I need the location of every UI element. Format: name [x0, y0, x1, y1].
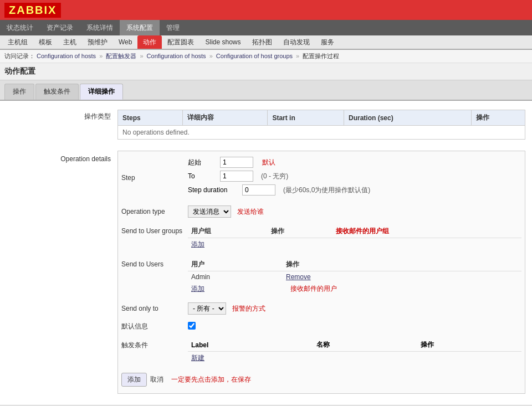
send-only-to-select[interactable]: - 所有 - [188, 302, 226, 315]
operation-details-section: Operation details Step 起始 默认 To [7, 148, 525, 398]
groups-add-row: 添加 [188, 238, 521, 251]
page-title: 动作配置 [0, 63, 532, 80]
label-col-label: Label [188, 338, 313, 352]
operation-type-select[interactable]: 发送消息 远程命令 [188, 205, 231, 218]
step-to-input[interactable] [220, 171, 253, 182]
nav-maintenance[interactable]: 预维护 [82, 35, 113, 49]
step-label: Step [121, 174, 188, 182]
remove-admin-link[interactable]: Remove [286, 273, 311, 281]
nav-slideshows[interactable]: Slide shows [200, 35, 246, 49]
operations-table: Steps 详细内容 Start in Duration (sec) 操作 No… [117, 110, 525, 140]
step-start-row: 起始 默认 [188, 157, 370, 168]
step-duration-annotation: (最少60s,0为使用操作默认值) [283, 186, 370, 195]
step-duration-input[interactable] [242, 184, 275, 196]
step-duration-label: Step duration [188, 186, 238, 194]
users-annotation-header [497, 258, 521, 271]
default-msg-checkbox[interactable] [188, 322, 196, 330]
nav-hostgroup[interactable]: 主机组 [2, 35, 33, 49]
users-col-user: 用户 [188, 258, 283, 271]
users-col-action: 操作 [283, 258, 497, 271]
send-to-users-row: Send to Users 用户 操作 [121, 256, 521, 297]
send-only-to-label: Send only to [121, 305, 188, 312]
nav-services[interactable]: 服务 [315, 35, 340, 49]
send-to-users-content: 用户 操作 Admin Remove [188, 258, 521, 295]
trigger-conditions-row: 触发条件 Label 名称 操作 [121, 336, 521, 367]
breadcrumb-link-3[interactable]: Configuration of hosts [147, 53, 206, 59]
label-table: Label 名称 操作 新建 [188, 338, 521, 364]
send-to-groups-row: Send to User groups 用户组 操作 接收邮件的用户组 [121, 223, 521, 253]
add-group-link[interactable]: 添加 [191, 240, 204, 248]
users-table: 用户 操作 Admin Remove [188, 258, 521, 295]
nav-actions[interactable]: 动作 [137, 35, 162, 49]
step-duration-row: Step duration (最少60s,0为使用操作默认值) [188, 184, 370, 196]
nav-item-sysconfg[interactable]: 系统配置 [120, 20, 160, 35]
breadcrumb: 访问记录： Configuration of hosts » 配置触发器 » C… [0, 50, 532, 63]
send-to-users-label: Send to Users [121, 258, 188, 268]
nav-topology[interactable]: 拓扑图 [247, 35, 278, 49]
nav-web[interactable]: Web [113, 35, 137, 49]
operations-section: 操作类型 Steps 详细内容 Start in Duration (sec) … [7, 107, 525, 144]
col-duration: Duration (sec) [344, 110, 471, 126]
users-annotation: 接收邮件的用户 [290, 285, 337, 292]
operation-type-label: Operation type [121, 208, 188, 215]
step-row: Step 起始 默认 To (0 - 无穷) S [121, 155, 521, 201]
trigger-conditions-content: Label 名称 操作 新建 [188, 338, 521, 364]
breadcrumb-link-4[interactable]: Configuration of host groups [216, 53, 293, 59]
step-start-label: 起始 [188, 158, 216, 167]
send-only-to-row: Send only to - 所有 - 报警的方式 [121, 300, 521, 317]
cancel-button-inline[interactable]: 取消 [150, 375, 163, 384]
breadcrumb-prefix: 访问记录： [4, 53, 35, 59]
step-start-annotation: 默认 [262, 158, 275, 167]
add-button-inline[interactable]: 添加 [121, 373, 147, 387]
default-msg-row: 默认信息 [121, 320, 521, 333]
groups-annotation-header: 接收邮件的用户组 [328, 225, 521, 238]
add-cancel-annotation: 一定要先点击添加，在保存 [171, 375, 251, 384]
default-msg-field [188, 322, 196, 331]
step-fields: 起始 默认 To (0 - 无穷) Step duration ( [188, 157, 370, 198]
header: ZABBIX [0, 0, 532, 20]
second-nav: 主机组 模板 主机 预维护 Web 动作 配置圆表 Slide shows 拓扑… [0, 35, 532, 50]
nav-configtable[interactable]: 配置圆表 [162, 35, 200, 49]
nav-item-admin[interactable]: 管理 [160, 20, 186, 35]
send-only-to-field: - 所有 - 报警的方式 [188, 302, 265, 315]
step-start-input[interactable] [220, 157, 253, 168]
send-to-groups-label: Send to User groups [121, 225, 188, 235]
nav-template[interactable]: 模板 [33, 35, 58, 49]
operation-details-box: Step 起始 默认 To (0 - 无穷) S [117, 151, 525, 394]
nav-item-sysdetail[interactable]: 系统详情 [80, 20, 120, 35]
add-cancel-row: 添加 取消 一定要先点击添加，在保存 [121, 369, 521, 390]
step-to-label: To [188, 172, 216, 180]
table-row-empty: No operations defined. [118, 126, 525, 140]
top-nav: 状态统计 资产记录 系统详情 系统配置 管理 [0, 20, 532, 35]
main-content: 操作类型 Steps 详细内容 Start in Duration (sec) … [0, 101, 532, 405]
step-to-row: To (0 - 无穷) [188, 171, 370, 182]
send-only-to-annotation: 报警的方式 [232, 305, 265, 312]
operation-details-content: Step 起始 默认 To (0 - 无穷) S [117, 148, 525, 398]
breadcrumb-link-1[interactable]: Configuration of hosts [37, 53, 96, 59]
tab-actions[interactable]: 操作 [4, 84, 34, 100]
add-condition-link[interactable]: 新建 [191, 354, 204, 362]
nav-item-assets[interactable]: 资产记录 [40, 20, 80, 35]
user-row-admin: Admin Remove [188, 271, 521, 283]
tab-detailed-operations[interactable]: 详细操作 [80, 84, 123, 100]
label-col-action: 操作 [417, 338, 521, 352]
logo: ZABBIX [4, 3, 61, 18]
operation-type-annotation: 发送给谁 [237, 208, 264, 215]
label-add-row: 新建 [188, 352, 521, 365]
breadcrumb-current: 配置操作过程 [303, 53, 339, 59]
nav-autodiscovery[interactable]: 自动发现 [278, 35, 315, 49]
add-user-link[interactable]: 添加 [191, 285, 204, 292]
nav-host[interactable]: 主机 [58, 35, 82, 49]
nav-item-stats[interactable]: 状态统计 [0, 20, 40, 35]
groups-col-group: 用户组 [188, 225, 268, 238]
operations-table-container: Steps 详细内容 Start in Duration (sec) 操作 No… [117, 107, 525, 144]
users-add-row: 添加 接收邮件的用户 [188, 282, 521, 295]
operation-type-field: 发送消息 远程命令 发送给谁 [188, 205, 264, 218]
empty-text: No operations defined. [118, 126, 525, 140]
tab-trigger-conditions[interactable]: 触发条件 [35, 84, 79, 100]
breadcrumb-link-2[interactable]: 配置触发器 [106, 53, 136, 59]
user-groups-table: 用户组 操作 接收邮件的用户组 添加 [188, 225, 521, 251]
col-details: 详细内容 [183, 110, 268, 126]
col-action: 操作 [472, 110, 525, 126]
label-col-name: 名称 [313, 338, 417, 352]
